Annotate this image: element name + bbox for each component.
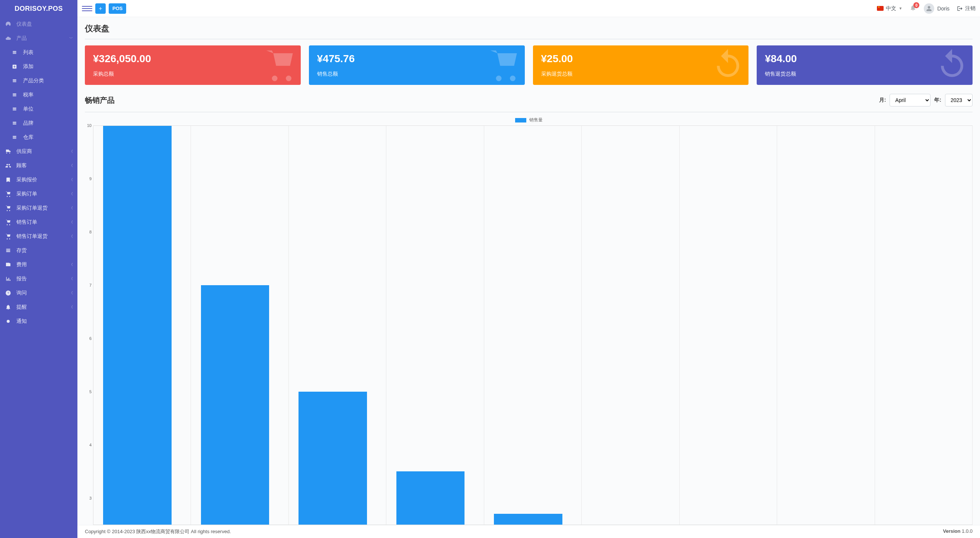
sidebar-item-label: 税率 bbox=[23, 92, 33, 98]
month-filter-label: 月: bbox=[879, 97, 886, 103]
version-text: Version 1.0.0 bbox=[943, 528, 972, 535]
legend-swatch-icon bbox=[515, 118, 526, 123]
year-select[interactable]: 2023 bbox=[945, 94, 972, 107]
month-select[interactable]: April bbox=[889, 94, 931, 107]
svg-text:?: ? bbox=[7, 291, 9, 295]
y-tick-label: 9 bbox=[89, 177, 92, 181]
chart-bar-column bbox=[875, 126, 972, 525]
sidebar-item-费用[interactable]: 费用〈 bbox=[0, 258, 77, 272]
sidebar-item-label: 销售订单退货 bbox=[16, 233, 48, 240]
sidebar-item-产品[interactable]: 产品﹀ bbox=[0, 31, 77, 45]
sidebar-item-税率[interactable]: 税率 bbox=[0, 88, 77, 102]
sidebar-item-品牌[interactable]: 品牌 bbox=[0, 116, 77, 130]
language-label: 中文 bbox=[886, 5, 896, 12]
chart-y-axis: 109876543 bbox=[85, 126, 93, 525]
chart-filters: 月: April 年: 2023 bbox=[879, 94, 972, 107]
sidebar-nav: 仪表盘产品﹀列表添加产品分类税率单位品牌仓库供应商〈顾客〈采购报价〈采购订单〈采… bbox=[0, 17, 77, 538]
notifications-button[interactable]: 0 bbox=[910, 5, 916, 12]
plus-box-icon bbox=[12, 64, 20, 69]
list-icon bbox=[5, 248, 13, 253]
chevron-left-icon: 〈 bbox=[69, 234, 73, 239]
chevron-left-icon: 〈 bbox=[69, 304, 73, 310]
cart-icon bbox=[5, 219, 13, 225]
sidebar-item-列表[interactable]: 列表 bbox=[0, 45, 77, 60]
plus-icon bbox=[98, 6, 103, 11]
card-label: 销售退货总额 bbox=[765, 71, 964, 78]
sidebar-item-label: 供应商 bbox=[16, 148, 32, 155]
year-filter-label: 年: bbox=[934, 97, 941, 103]
chart-bar-column bbox=[777, 126, 875, 525]
y-tick-label: 6 bbox=[89, 336, 92, 341]
chart-bar[interactable] bbox=[299, 392, 367, 525]
sidebar-toggle-button[interactable] bbox=[82, 3, 92, 14]
sidebar-item-销售订单[interactable]: 销售订单〈 bbox=[0, 215, 77, 229]
dot-icon bbox=[5, 318, 13, 324]
y-tick-label: 8 bbox=[89, 230, 92, 234]
pos-button[interactable]: POS bbox=[109, 3, 126, 14]
chart-bar-column bbox=[484, 126, 582, 525]
sidebar-item-单位[interactable]: 单位 bbox=[0, 102, 77, 116]
chart-bar[interactable] bbox=[103, 126, 172, 525]
chevron-left-icon: 〈 bbox=[69, 163, 73, 168]
cart-icon bbox=[5, 205, 13, 211]
logout-button[interactable]: 注销 bbox=[957, 5, 975, 12]
wallet-icon bbox=[5, 262, 13, 268]
chart-icon bbox=[5, 276, 13, 282]
sidebar-item-label: 存货 bbox=[16, 247, 27, 254]
topbar: POS 中文 ▼ 0 Doris bbox=[77, 0, 980, 17]
sidebar-item-label: 询问 bbox=[16, 290, 27, 296]
chart-bar[interactable] bbox=[396, 471, 465, 525]
summary-card-销售总额: ¥475.76 销售总额 bbox=[309, 45, 525, 85]
sidebar-item-通知[interactable]: 通知 bbox=[0, 314, 77, 328]
chart-plot-area bbox=[93, 126, 972, 525]
chart-bar-column bbox=[679, 126, 777, 525]
card-label: 销售总额 bbox=[317, 71, 517, 78]
y-tick-label: 5 bbox=[89, 390, 92, 394]
sidebar-item-顾客[interactable]: 顾客〈 bbox=[0, 159, 77, 173]
svg-point-2 bbox=[7, 320, 10, 323]
sidebar-item-询问[interactable]: ?询问〈 bbox=[0, 286, 77, 300]
language-selector[interactable]: 中文 ▼ bbox=[877, 5, 902, 12]
sidebar-item-label: 添加 bbox=[23, 63, 33, 70]
chevron-left-icon: 〈 bbox=[69, 191, 73, 197]
bell-icon bbox=[5, 304, 13, 310]
flag-icon bbox=[877, 6, 884, 11]
list-icon bbox=[12, 92, 20, 97]
sidebar: DORISOY.POS 仪表盘产品﹀列表添加产品分类税率单位品牌仓库供应商〈顾客… bbox=[0, 0, 77, 538]
chevron-down-icon: ﹀ bbox=[69, 36, 73, 41]
user-name-label: Doris bbox=[937, 6, 950, 11]
truck-icon bbox=[5, 148, 13, 154]
sidebar-item-采购报价[interactable]: 采购报价〈 bbox=[0, 173, 77, 187]
chart-bar-column bbox=[191, 126, 288, 525]
sidebar-item-仪表盘[interactable]: 仪表盘 bbox=[0, 17, 77, 31]
chart-bar-column bbox=[387, 126, 484, 525]
sidebar-item-产品分类[interactable]: 产品分类 bbox=[0, 74, 77, 88]
page-title: 仪表盘 bbox=[85, 23, 972, 34]
divider bbox=[85, 39, 972, 40]
chart-bar[interactable] bbox=[494, 514, 562, 525]
user-menu[interactable]: Doris bbox=[924, 3, 950, 14]
sidebar-item-label: 费用 bbox=[16, 261, 27, 268]
sidebar-item-报告[interactable]: 报告〈 bbox=[0, 272, 77, 286]
sidebar-item-label: 报告 bbox=[16, 275, 27, 282]
sidebar-item-供应商[interactable]: 供应商〈 bbox=[0, 145, 77, 159]
copyright-text: Copyright © 2014-2023 陕西xx物流商贸有限公司 All r… bbox=[85, 528, 231, 535]
bookmark-icon bbox=[5, 177, 13, 183]
chart-bar[interactable] bbox=[201, 285, 269, 525]
summary-card-销售退货总额: ¥84.00 销售退货总额 bbox=[757, 45, 972, 85]
sidebar-item-采购订单[interactable]: 采购订单〈 bbox=[0, 187, 77, 201]
sidebar-item-添加[interactable]: 添加 bbox=[0, 60, 77, 74]
dashboard-icon bbox=[5, 21, 13, 27]
sidebar-item-仓库[interactable]: 仓库 bbox=[0, 130, 77, 145]
sidebar-item-label: 仪表盘 bbox=[16, 21, 32, 27]
sidebar-item-存货[interactable]: 存货 bbox=[0, 244, 77, 258]
list-icon bbox=[12, 107, 20, 112]
sidebar-item-提醒[interactable]: 提醒〈 bbox=[0, 300, 77, 314]
sidebar-item-销售订单退货[interactable]: 销售订单退货〈 bbox=[0, 229, 77, 244]
add-button[interactable] bbox=[95, 3, 106, 14]
undo-icon bbox=[711, 48, 745, 83]
chevron-left-icon: 〈 bbox=[69, 276, 73, 282]
divider bbox=[85, 112, 972, 113]
chevron-left-icon: 〈 bbox=[69, 290, 73, 296]
sidebar-item-采购订单退货[interactable]: 采购订单退货〈 bbox=[0, 201, 77, 215]
